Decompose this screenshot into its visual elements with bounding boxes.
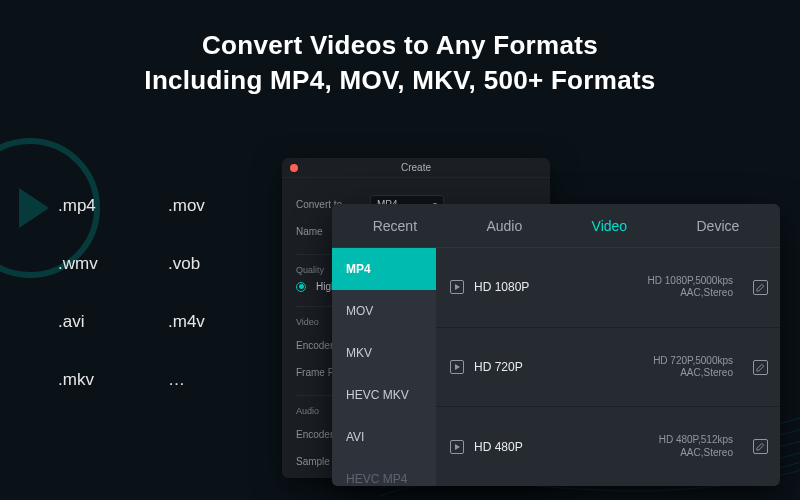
preset-row[interactable]: HD 480P HD 480P,512kps AAC,Stereo <box>436 407 780 486</box>
headline-line-1: Convert Videos to Any Formats <box>20 28 780 63</box>
format-tabs: Recent Audio Video Device <box>332 204 780 248</box>
tab-audio[interactable]: Audio <box>476 218 532 234</box>
format-ext: .avi <box>58 312 168 332</box>
edit-icon <box>756 283 765 292</box>
format-ext: .mkv <box>58 370 168 390</box>
preset-detail-line: AAC,Stereo <box>556 447 733 460</box>
tab-device[interactable]: Device <box>686 218 749 234</box>
format-picker-window: Recent Audio Video Device MP4 MOV MKV HE… <box>332 204 780 486</box>
format-ext: .m4v <box>168 312 278 332</box>
preset-row[interactable]: HD 720P HD 720P,5000kps AAC,Stereo <box>436 328 780 408</box>
preset-name: HD 1080P <box>474 280 546 294</box>
preset-detail-line: HD 720P,5000kps <box>556 355 733 368</box>
preset-detail-line: HD 1080P,5000kps <box>556 275 733 288</box>
format-ext: .mov <box>168 196 278 216</box>
preset-detail-line: HD 480P,512kps <box>556 434 733 447</box>
preset-details: HD 720P,5000kps AAC,Stereo <box>556 355 733 380</box>
sidebar-item-avi[interactable]: AVI <box>332 416 436 458</box>
format-sidebar: MP4 MOV MKV HEVC MKV AVI HEVC MP4 <box>332 248 436 486</box>
format-ext: .vob <box>168 254 278 274</box>
format-ext: .mp4 <box>58 196 168 216</box>
play-box-icon <box>450 280 464 294</box>
preset-detail-line: AAC,Stereo <box>556 367 733 380</box>
sidebar-item-hevc-mkv[interactable]: HEVC MKV <box>332 374 436 416</box>
preset-details: HD 480P,512kps AAC,Stereo <box>556 434 733 459</box>
preset-list: HD 1080P HD 1080P,5000kps AAC,Stereo HD … <box>436 248 780 486</box>
play-box-icon <box>450 440 464 454</box>
edit-preset-button[interactable] <box>753 360 768 375</box>
page-headline: Convert Videos to Any Formats Including … <box>0 0 800 98</box>
headline-line-2: Including MP4, MOV, MKV, 500+ Formats <box>20 63 780 98</box>
create-dialog-title: Create <box>282 162 550 173</box>
preset-details: HD 1080P,5000kps AAC,Stereo <box>556 275 733 300</box>
preset-row[interactable]: HD 1080P HD 1080P,5000kps AAC,Stereo <box>436 248 780 328</box>
create-dialog-titlebar: Create <box>282 158 550 178</box>
quality-high-radio[interactable] <box>296 282 306 292</box>
edit-preset-button[interactable] <box>753 280 768 295</box>
sidebar-item-mp4[interactable]: MP4 <box>332 248 436 290</box>
formats-grid: .mp4 .mov .wmv .vob .avi .m4v .mkv … <box>58 196 278 390</box>
edit-icon <box>756 442 765 451</box>
edit-icon <box>756 363 765 372</box>
tab-recent[interactable]: Recent <box>363 218 427 234</box>
sidebar-item-hevc-mp4[interactable]: HEVC MP4 <box>332 458 436 486</box>
sidebar-item-mkv[interactable]: MKV <box>332 332 436 374</box>
format-ext: .wmv <box>58 254 168 274</box>
edit-preset-button[interactable] <box>753 439 768 454</box>
format-ext: … <box>168 370 278 390</box>
sidebar-item-mov[interactable]: MOV <box>332 290 436 332</box>
preset-name: HD 480P <box>474 440 546 454</box>
play-box-icon <box>450 360 464 374</box>
preset-name: HD 720P <box>474 360 546 374</box>
play-triangle-icon <box>19 188 49 228</box>
tab-video[interactable]: Video <box>582 218 638 234</box>
preset-detail-line: AAC,Stereo <box>556 287 733 300</box>
